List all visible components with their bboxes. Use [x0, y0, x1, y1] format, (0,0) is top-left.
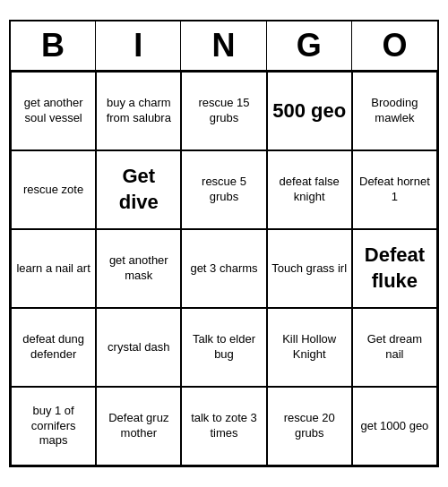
bingo-cell-19[interactable]: Get dream nail — [352, 308, 437, 387]
bingo-cell-10[interactable]: learn a nail art — [11, 229, 96, 308]
header-g: G — [267, 21, 352, 70]
bingo-cell-0[interactable]: get another soul vessel — [11, 72, 96, 150]
bingo-cell-14[interactable]: Defeat fluke — [352, 229, 437, 308]
bingo-cell-18[interactable]: Kill Hollow Knight — [267, 308, 352, 387]
bingo-cell-12[interactable]: get 3 charms — [181, 229, 266, 308]
bingo-cell-3[interactable]: 500 geo — [267, 72, 352, 150]
bingo-card: B I N G O get another soul vesselbuy a c… — [9, 20, 439, 467]
bingo-cell-20[interactable]: buy 1 of cornifers maps — [11, 387, 96, 466]
bingo-cell-9[interactable]: Defeat hornet 1 — [352, 150, 437, 229]
bingo-cell-23[interactable]: rescue 20 grubs — [267, 387, 352, 466]
bingo-cell-11[interactable]: get another mask — [96, 229, 181, 308]
bingo-cell-4[interactable]: Brooding mawlek — [352, 72, 437, 150]
bingo-cell-22[interactable]: talk to zote 3 times — [181, 387, 266, 466]
bingo-cell-8[interactable]: defeat false knight — [267, 150, 352, 229]
bingo-cell-24[interactable]: get 1000 geo — [352, 387, 437, 466]
bingo-cell-16[interactable]: crystal dash — [96, 308, 181, 387]
header-i: I — [96, 21, 181, 70]
header-o: O — [352, 21, 437, 70]
bingo-cell-1[interactable]: buy a charm from salubra — [96, 72, 181, 150]
header-n: N — [181, 21, 266, 70]
bingo-cell-6[interactable]: Get dive — [96, 150, 181, 229]
bingo-cell-13[interactable]: Touch grass irl — [267, 229, 352, 308]
bingo-cell-17[interactable]: Talk to elder bug — [181, 308, 266, 387]
bingo-header: B I N G O — [11, 21, 437, 72]
header-b: B — [11, 21, 96, 70]
bingo-cell-15[interactable]: defeat dung defender — [11, 308, 96, 387]
bingo-cell-21[interactable]: Defeat gruz mother — [96, 387, 181, 466]
bingo-cell-5[interactable]: rescue zote — [11, 150, 96, 229]
bingo-cell-7[interactable]: rescue 5 grubs — [181, 150, 266, 229]
bingo-cell-2[interactable]: rescue 15 grubs — [181, 72, 266, 150]
bingo-grid: get another soul vesselbuy a charm from … — [11, 72, 437, 466]
